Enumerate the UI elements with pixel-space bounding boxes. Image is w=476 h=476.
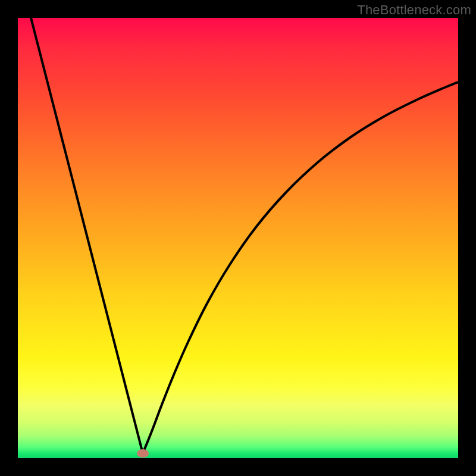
chart-frame: TheBottleneck.com [0,0,476,476]
curve-right-branch [143,82,458,453]
bottleneck-curve [18,18,458,458]
watermark-text: TheBottleneck.com [357,2,471,18]
plot-area [18,18,458,458]
minimum-marker [137,449,149,458]
curve-left-branch [31,18,143,453]
